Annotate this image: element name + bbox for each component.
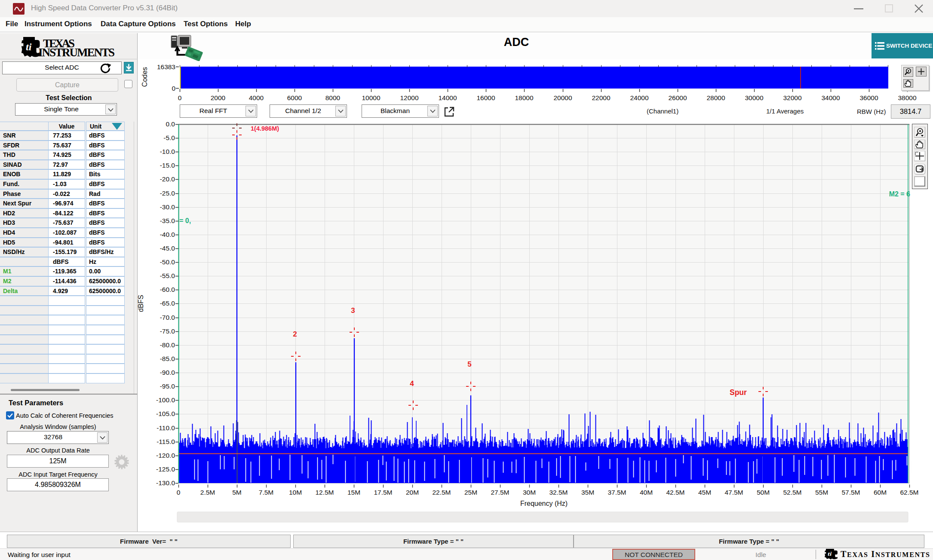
svg-text:18000: 18000 xyxy=(515,94,533,101)
svg-text:1(4.986M): 1(4.986M) xyxy=(251,125,279,132)
svg-text:12.5M: 12.5M xyxy=(315,489,334,496)
svg-text:52.5M: 52.5M xyxy=(783,489,801,496)
svg-text:0.0: 0.0 xyxy=(166,120,175,128)
svg-text:-5.0: -5.0 xyxy=(163,134,175,141)
svg-text:7.5M: 7.5M xyxy=(259,489,273,496)
svg-text:25M: 25M xyxy=(464,489,477,496)
svg-text:-100.0: -100.0 xyxy=(156,396,175,404)
svg-text:-15.0: -15.0 xyxy=(160,162,175,169)
svg-text:2: 2 xyxy=(293,330,297,338)
svg-text:42.5M: 42.5M xyxy=(666,489,684,496)
svg-text:-55.0: -55.0 xyxy=(160,272,175,279)
svg-text:15M: 15M xyxy=(347,489,360,496)
svg-text:-60.0: -60.0 xyxy=(160,286,175,293)
svg-text:45M: 45M xyxy=(698,489,711,496)
svg-text:-25.0: -25.0 xyxy=(160,190,175,197)
svg-text:30M: 30M xyxy=(523,489,536,496)
svg-text:-95.0: -95.0 xyxy=(160,383,175,390)
svg-text:50M: 50M xyxy=(757,489,770,496)
svg-text:8000: 8000 xyxy=(325,94,341,101)
svg-text:40M: 40M xyxy=(640,489,653,496)
svg-text:60M: 60M xyxy=(874,489,887,496)
svg-text:24000: 24000 xyxy=(630,94,648,101)
svg-text:34000: 34000 xyxy=(821,94,840,101)
svg-text:-75.0: -75.0 xyxy=(160,327,175,335)
svg-text:M2 = 6: M2 = 6 xyxy=(889,190,910,198)
svg-text:28000: 28000 xyxy=(706,94,725,101)
svg-text:-130.0: -130.0 xyxy=(156,479,175,487)
svg-text:0: 0 xyxy=(177,489,181,496)
svg-text:6000: 6000 xyxy=(287,94,302,101)
svg-text:30000: 30000 xyxy=(745,94,763,101)
svg-text:-80.0: -80.0 xyxy=(160,341,175,349)
svg-text:ti: ti xyxy=(26,41,32,52)
svg-text:14000: 14000 xyxy=(438,94,457,101)
svg-text:57.5M: 57.5M xyxy=(841,489,860,496)
svg-text:47.5M: 47.5M xyxy=(724,489,743,496)
svg-text:-20.0: -20.0 xyxy=(160,175,175,183)
svg-text:-10.0: -10.0 xyxy=(160,148,175,155)
svg-text:Codes: Codes xyxy=(141,67,148,87)
svg-text:22.5M: 22.5M xyxy=(432,489,451,496)
svg-text:17.5M: 17.5M xyxy=(374,489,392,496)
svg-text:20M: 20M xyxy=(406,489,419,496)
svg-text:12000: 12000 xyxy=(400,94,418,101)
svg-text:5M: 5M xyxy=(232,489,242,496)
svg-text:0: 0 xyxy=(178,94,182,101)
svg-text:-90.0: -90.0 xyxy=(160,369,175,376)
svg-text:INSTRUMENTS: INSTRUMENTS xyxy=(38,46,115,57)
svg-text:55M: 55M xyxy=(815,489,828,496)
svg-text:-120.0: -120.0 xyxy=(156,452,175,459)
svg-text:-35.0: -35.0 xyxy=(160,217,175,224)
svg-text:5: 5 xyxy=(467,360,471,368)
svg-text:-65.0: -65.0 xyxy=(160,300,175,307)
svg-text:-30.0: -30.0 xyxy=(160,203,175,211)
svg-text:10000: 10000 xyxy=(362,94,380,101)
svg-text:-70.0: -70.0 xyxy=(160,314,175,321)
svg-text:38000: 38000 xyxy=(898,94,916,101)
svg-text:-85.0: -85.0 xyxy=(160,355,175,362)
svg-text:-115.0: -115.0 xyxy=(157,438,175,445)
svg-text:Frequency (Hz): Frequency (Hz) xyxy=(520,500,568,507)
svg-text:-125.0: -125.0 xyxy=(156,465,175,473)
svg-text:16000: 16000 xyxy=(476,94,495,101)
svg-text:= 0,: = 0, xyxy=(179,217,191,224)
svg-text:4000: 4000 xyxy=(249,94,264,101)
svg-text:Spur: Spur xyxy=(730,388,747,397)
svg-text:0: 0 xyxy=(172,85,175,92)
svg-text:10M: 10M xyxy=(289,489,302,496)
svg-text:-110.0: -110.0 xyxy=(157,424,175,431)
svg-text:2000: 2000 xyxy=(211,94,226,101)
svg-text:4: 4 xyxy=(410,379,414,388)
svg-text:35M: 35M xyxy=(581,489,594,496)
svg-text:36000: 36000 xyxy=(859,94,878,101)
svg-text:16383: 16383 xyxy=(157,63,175,70)
svg-text:-45.0: -45.0 xyxy=(160,245,175,252)
svg-text:26000: 26000 xyxy=(668,94,687,101)
svg-text:3: 3 xyxy=(351,306,355,315)
svg-text:dBFS: dBFS xyxy=(137,295,144,312)
svg-text:-105.0: -105.0 xyxy=(156,410,175,417)
svg-text:32000: 32000 xyxy=(783,94,801,101)
svg-text:2.5M: 2.5M xyxy=(200,489,215,496)
svg-text:62.5M: 62.5M xyxy=(900,489,918,496)
svg-text:20000: 20000 xyxy=(553,94,572,101)
svg-text:32.5M: 32.5M xyxy=(549,489,568,496)
svg-text:-40.0: -40.0 xyxy=(160,231,175,238)
svg-text:27.5M: 27.5M xyxy=(491,489,509,496)
svg-text:22000: 22000 xyxy=(592,94,610,101)
svg-text:37.5M: 37.5M xyxy=(608,489,626,496)
svg-text:-50.0: -50.0 xyxy=(160,258,175,266)
